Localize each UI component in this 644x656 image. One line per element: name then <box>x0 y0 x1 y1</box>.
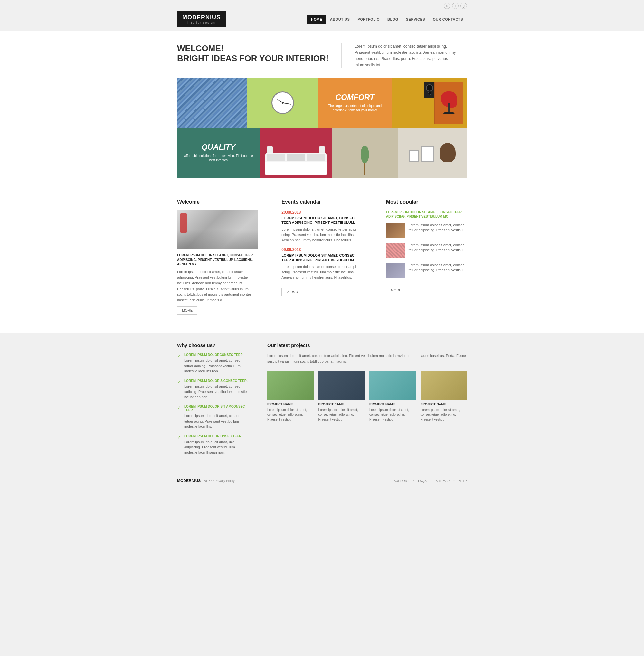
grid-cell-red-sofa[interactable] <box>260 128 332 178</box>
project-1-image <box>267 371 314 400</box>
welcome-column: Welcome LOREM IPSUM DOLOR SIT AMET, CONS… <box>177 199 258 315</box>
nav-home[interactable]: HOME <box>307 15 326 24</box>
grid-cell-clock[interactable] <box>247 78 318 128</box>
tree-decoration <box>360 145 370 175</box>
why-item-3-title: LOREM IPSUM DOLOR SIT AMCONSEC TEER. <box>184 405 248 412</box>
footer-copyright: 2013 © Privacy Policy <box>203 479 234 483</box>
project-1-name: PROJECT NAME <box>267 403 314 406</box>
projects-title: Our latest projects <box>267 342 467 348</box>
hero-text: WELCOME! BRIGHT IDEAS FOR YOUR INTERIOR! <box>177 44 328 64</box>
pillow-3 <box>306 154 325 161</box>
why-item-4: ✓ LOREM IPSUM DOLOR ONSEC TEER. Lorem ip… <box>177 434 248 455</box>
grid-cell-comfort[interactable]: COMFORT The largest assortment of unique… <box>318 78 392 128</box>
project-2-text: Lorem ipsum dolor sit amet, consec tetue… <box>319 407 365 422</box>
popular-text-3: Lorem ipsum dolor sit amet, consec tetue… <box>409 263 467 278</box>
speaker-tweeter <box>428 92 431 95</box>
three-col-section: Welcome LOREM IPSUM DOLOR SIT AMET, CONS… <box>0 181 644 333</box>
hero-section: WELCOME! BRIGHT IDEAS FOR YOUR INTERIOR!… <box>0 30 644 78</box>
popular-column: Most popular LOREM IPSUM DOLOR SIT AMET,… <box>386 199 467 294</box>
project-3-image <box>369 371 416 400</box>
nav-services[interactable]: SERVICES <box>402 15 429 24</box>
footer-sep-2: • <box>431 479 432 483</box>
grid-row-1: COMFORT The largest assortment of unique… <box>177 78 467 128</box>
facebook-icon[interactable]: f <box>452 3 459 9</box>
grid-cell-blue-pattern[interactable] <box>177 78 247 128</box>
nav-contacts[interactable]: OUR CONTACTS <box>429 15 467 24</box>
project-4-name: PROJECT NAME <box>420 403 467 406</box>
grid-row-2: QUALITY Affordable solutions for better … <box>177 128 467 178</box>
popular-thumb-1 <box>386 223 406 238</box>
pillow-1 <box>267 154 285 161</box>
project-2-name: PROJECT NAME <box>319 403 365 406</box>
chair-base <box>443 112 455 114</box>
popular-thumb-2 <box>386 243 406 258</box>
footer-link-faqs[interactable]: FAQS <box>418 479 427 483</box>
check-icon-1: ✓ <box>177 353 181 374</box>
grid-cell-frames[interactable] <box>398 128 467 178</box>
twitter-icon[interactable]: 𝕏 <box>444 3 450 9</box>
chair-stem <box>447 104 450 112</box>
nav-about[interactable]: ABOUT US <box>326 15 353 24</box>
project-1[interactable]: PROJECT NAME Lorem ipsum dolor sit amet,… <box>267 371 314 422</box>
welcome-image <box>177 210 258 249</box>
main-nav: HOME ABOUT US PORTFOLIO BLOG SERVICES OU… <box>307 15 467 24</box>
pillow-2 <box>286 154 305 161</box>
project-3[interactable]: PROJECT NAME Lorem ipsum dolor sit amet,… <box>369 371 416 422</box>
footer-link-help[interactable]: HELP <box>459 479 467 483</box>
why-item-3: ✓ LOREM IPSUM DOLOR SIT AMCONSEC TEER. L… <box>177 405 248 429</box>
footer-sep-1: • <box>413 479 414 483</box>
footer-brand: MODERNIUS 2013 © Privacy Policy <box>177 479 235 483</box>
events-view-all-button[interactable]: VIEW ALL <box>281 288 307 296</box>
event-1-date: 20.09.2013 <box>281 210 362 214</box>
event-1-title: LOREM IPSUM DOLOR SIT AMET, CONSEC TEER … <box>281 216 362 225</box>
sofa-decoration <box>265 153 327 175</box>
project-4-text: Lorem ipsum dolor sit amet, consec tetue… <box>420 407 467 422</box>
hero-heading: WELCOME! BRIGHT IDEAS FOR YOUR INTERIOR! <box>177 44 328 64</box>
logo-title: MODERNIUS <box>182 14 221 21</box>
google-icon[interactable]: g <box>460 3 467 9</box>
nav-blog[interactable]: BLOG <box>384 15 402 24</box>
footer-sep-3: • <box>453 479 455 483</box>
frame-1 <box>409 150 419 162</box>
why-item-3-text: Lorem ipsum dolor sit amet, consec tetue… <box>184 413 248 429</box>
project-2-image <box>319 371 365 400</box>
logo[interactable]: MODERNIUS interior design <box>177 11 226 27</box>
project-3-text: Lorem ipsum dolor sit amet, consec tetue… <box>369 407 416 422</box>
footer-link-sitemap[interactable]: SITEMAP <box>435 479 450 483</box>
image-grid: COMFORT The largest assortment of unique… <box>0 78 644 181</box>
popular-item-3: Lorem ipsum dolor sit amet, consec tetue… <box>386 263 467 278</box>
why-choose-column: Why choose us? ✓ LOREM IPSUM DOLORCONSEC… <box>177 342 248 460</box>
why-item-1-content: LOREM IPSUM DOLORCONSEC TEER. Lorem ipsu… <box>184 353 248 374</box>
egg-chair <box>439 143 456 162</box>
accent-element <box>180 213 187 232</box>
event-1-body: Lorem ipsum dolor sit amet, consec tetue… <box>281 227 362 243</box>
why-item-2-text: Lorem ipsum dolor sit amet, consec tadic… <box>184 384 248 400</box>
grid-cell-speaker[interactable] <box>392 78 467 128</box>
popular-text-1: Lorem ipsum dolor sit amet, consec tetue… <box>409 223 467 238</box>
footer-links: SUPPORT • FAQS • SITEMAP • HELP <box>394 479 467 483</box>
event-2-date: 09.09.2013 <box>281 247 362 252</box>
events-column: Events calendar 20.09.2013 LOREM IPSUM D… <box>281 199 362 296</box>
comfort-description: The largest assortment of unique and aff… <box>323 104 387 113</box>
projects-grid: PROJECT NAME Lorem ipsum dolor sit amet,… <box>267 371 467 422</box>
tree-crown <box>361 145 369 163</box>
grid-cell-quality[interactable]: QUALITY Affordable solutions for better … <box>177 128 260 178</box>
footer-link-support[interactable]: SUPPORT <box>394 479 409 483</box>
project-3-name: PROJECT NAME <box>369 403 416 406</box>
popular-main-link[interactable]: LOREM IPSUM DOLOR SIT AMET, CONSEC TEER … <box>386 210 467 219</box>
grid-cell-tree-room[interactable] <box>332 128 398 178</box>
hero-description: Lorem ipsum dolor sit amet, consec tetue… <box>354 44 458 68</box>
event-item-2: 09.09.2013 LOREM IPSUM DOLOR SIT AMET, C… <box>281 247 362 280</box>
project-4[interactable]: PROJECT NAME Lorem ipsum dolor sit amet,… <box>420 371 467 422</box>
col-divider-1 <box>270 199 270 315</box>
bottom-section: Why choose us? ✓ LOREM IPSUM DOLORCONSEC… <box>0 333 644 473</box>
welcome-more-button[interactable]: MORE <box>177 306 198 315</box>
why-item-4-title: LOREM IPSUM DOLOR ONSEC TEER. <box>184 434 248 438</box>
frame-2 <box>421 146 434 162</box>
nav-portfolio[interactable]: PORTFOLIO <box>353 15 384 24</box>
popular-more-button[interactable]: MORE <box>386 286 406 294</box>
clock-center <box>282 102 284 104</box>
speaker-decoration <box>424 82 435 98</box>
check-icon-2: ✓ <box>177 379 181 400</box>
project-2[interactable]: PROJECT NAME Lorem ipsum dolor sit amet,… <box>319 371 365 422</box>
